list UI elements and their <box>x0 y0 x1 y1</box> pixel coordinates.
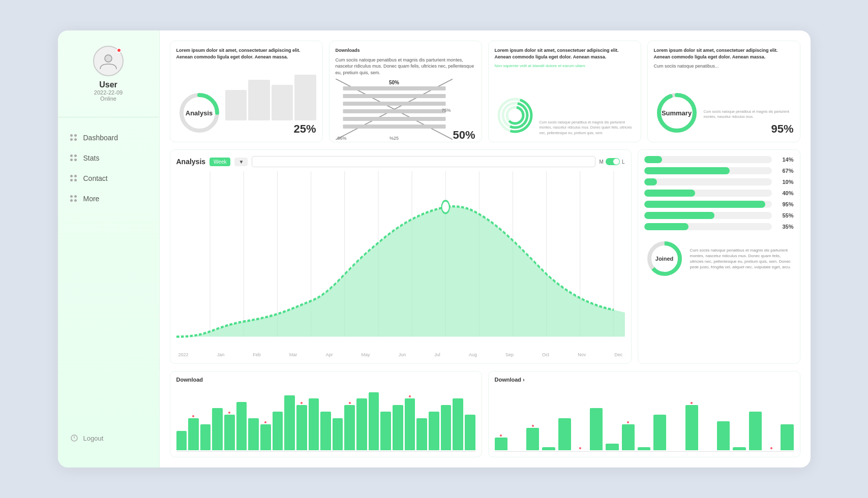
card1-percent: 25% <box>293 122 316 136</box>
card1-title: Lorem ipsum dolor sit amet, consectetuer… <box>176 47 316 60</box>
joined-label: Joined <box>655 256 673 262</box>
bar <box>429 412 439 450</box>
card2-title: Downloads <box>336 47 475 54</box>
nav-icon-stats <box>70 154 77 162</box>
progress-bar-bg-5 <box>644 201 772 208</box>
progress-bar-fill-7 <box>644 223 689 230</box>
nav-item-more[interactable]: More <box>58 189 159 209</box>
nav-item-stats[interactable]: Stats <box>58 148 159 168</box>
nav-icon-more <box>70 195 77 202</box>
top-cards-row: Lorem ipsum dolor sit amet, consectetuer… <box>170 41 800 142</box>
card4-title: Lorem ipsum dolor sit amet, consectetuer… <box>654 47 794 60</box>
user-section: User 2022-22-09 Online <box>58 46 159 117</box>
bar <box>638 447 650 450</box>
progress-bar-fill-1 <box>644 156 662 163</box>
card3-visual: Cum sociis natoque penatibus et magnis d… <box>495 72 635 136</box>
progress-bar-bg-3 <box>644 178 772 185</box>
bar <box>273 412 283 450</box>
joined-donut: Joined <box>644 238 685 279</box>
logout-icon <box>70 434 78 442</box>
progress-bar-fill-6 <box>644 212 714 219</box>
bar <box>296 405 307 450</box>
bar <box>344 405 355 450</box>
bar <box>248 418 259 451</box>
bar <box>200 424 211 450</box>
progress-row-1: 14% <box>644 156 794 163</box>
bar <box>284 395 295 450</box>
nav-item-contact[interactable]: Contact <box>58 168 159 189</box>
card4-sub: Cum sociis natoque penatibus... <box>654 63 794 70</box>
bar <box>558 418 571 451</box>
card-lorem3: Lorem ipsum dolor sit amet, consectetuer… <box>488 41 641 142</box>
toggle-switch[interactable] <box>606 158 620 165</box>
bar <box>320 412 331 450</box>
bar <box>212 408 223 450</box>
toggle-thumb <box>613 159 619 165</box>
week-button[interactable]: Week <box>209 158 230 166</box>
analysis-chart-card: Analysis Week ▼ M L <box>170 149 632 364</box>
card3-title: Lorem ipsum dolor sit amet, consectetuer… <box>495 47 635 60</box>
summary-donut: Summary <box>654 90 700 136</box>
user-status-dot <box>116 48 122 53</box>
progress-pct-6: 55% <box>776 212 794 219</box>
nav-item-dashboard[interactable]: Dashboard <box>58 128 159 148</box>
bar <box>356 398 367 450</box>
svg-rect-8 <box>343 94 445 98</box>
bar <box>176 431 187 450</box>
progress-row-6: 55% <box>644 212 794 219</box>
progress-bar-fill-2 <box>644 167 730 174</box>
bar <box>309 398 319 450</box>
bar <box>606 444 618 450</box>
area-chart <box>176 171 625 350</box>
card-summary: Lorem ipsum dolor sit amet, consectetuer… <box>647 41 800 142</box>
bar <box>393 405 403 450</box>
bar <box>622 424 635 450</box>
progress-bar-fill-4 <box>644 190 695 197</box>
progress-bar-bg-4 <box>644 190 772 197</box>
bar <box>453 398 463 450</box>
svg-rect-12 <box>343 124 445 129</box>
progress-pct-2: 67% <box>776 168 794 174</box>
bar <box>590 408 603 450</box>
bar <box>685 405 698 450</box>
summary-donut-label: Summary <box>662 109 692 117</box>
svg-rect-11 <box>343 117 445 121</box>
nav-icon-dashboard <box>70 134 77 141</box>
analysis-header: Analysis Week ▼ M L <box>176 156 625 167</box>
bar <box>369 392 379 450</box>
bar <box>526 428 539 450</box>
card2-subtitle: Cum sociis natoque penatibus et magnis d… <box>336 57 475 76</box>
joined-description: Cum sociis natoque penatibus et magnis d… <box>690 247 794 270</box>
progress-panel: 14% 67% 10% <box>638 149 800 364</box>
bar <box>717 421 730 450</box>
logout-button[interactable]: Logout <box>58 424 159 452</box>
progress-pct-1: 14% <box>776 157 794 163</box>
bar <box>405 398 415 450</box>
download2-title: Download › <box>495 377 794 383</box>
analysis-chart-title: Analysis <box>176 158 206 166</box>
download-chart-1: Download <box>170 371 482 457</box>
progress-bar-fill-5 <box>644 201 765 208</box>
avatar <box>93 46 124 76</box>
card3-sub: Non sapiente velit at blandit dolore et … <box>495 63 635 69</box>
main-content: Lorem ipsum dolor sit amet, consectetuer… <box>160 30 811 468</box>
analysis-search-input[interactable] <box>252 156 595 167</box>
card2-percent: 50% <box>453 129 475 142</box>
download-chart-2: Download › <box>488 371 800 457</box>
card2-visual: 50% 56% 75% %25 50% <box>336 79 475 142</box>
progress-bar-bg-2 <box>644 167 772 174</box>
bar <box>260 424 271 450</box>
bar <box>333 418 343 451</box>
card-analysis: Lorem ipsum dolor sit amet, consectetuer… <box>170 41 323 142</box>
bar <box>542 447 555 450</box>
bar <box>749 412 762 450</box>
progress-bar-fill-3 <box>644 178 657 185</box>
bottom-row: Download <box>170 371 800 457</box>
filter-button[interactable]: ▼ <box>234 158 248 166</box>
nav-section: Dashboard Stats Contact More <box>58 117 159 424</box>
joined-section: Joined Cum sociis natoque penatibus et m… <box>644 234 794 283</box>
bar <box>781 424 793 450</box>
sidebar: User 2022-22-09 Online Dashboard Stats <box>58 30 160 468</box>
progress-row-7: 35% <box>644 223 794 230</box>
svg-rect-10 <box>343 109 445 113</box>
